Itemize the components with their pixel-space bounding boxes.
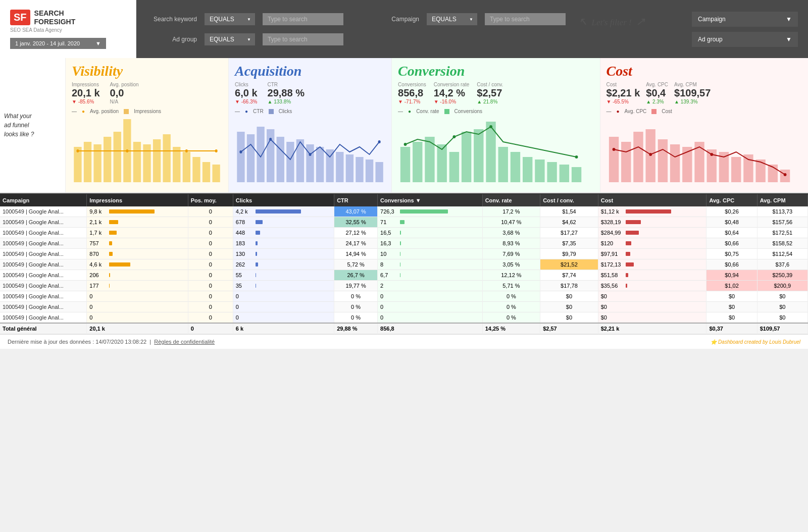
cell-impressions: 177 bbox=[87, 281, 188, 291]
cell-ctr: 32,55 % bbox=[334, 217, 378, 228]
privacy-link[interactable]: Règles de confidentialité bbox=[154, 339, 215, 345]
svg-point-55 bbox=[489, 125, 492, 128]
col-ctr[interactable]: CTR bbox=[334, 194, 378, 206]
cell-avg-cpm: $250,39 bbox=[757, 270, 807, 281]
col-avg-cpm[interactable]: Avg. CPM bbox=[757, 194, 807, 206]
cell-clicks: 130 bbox=[233, 249, 334, 259]
cell-impressions: 0 bbox=[87, 291, 188, 302]
table-row[interactable]: 1000549 | Google Anal... 0 0 0 0 % 0 0 %… bbox=[0, 302, 808, 312]
cell-cost-conv: $0 bbox=[540, 302, 598, 312]
campaign-operator-wrap[interactable]: EQUALS bbox=[427, 13, 477, 25]
col-impressions[interactable]: Impressions bbox=[87, 194, 188, 206]
svg-rect-44 bbox=[474, 129, 483, 182]
adgroup-segment-button[interactable]: Ad group ▼ bbox=[692, 32, 798, 47]
svg-rect-14 bbox=[212, 165, 220, 182]
cell-avg-cpm: $157,56 bbox=[757, 217, 807, 228]
cell-conversions: 16,5 bbox=[378, 228, 483, 238]
col-campaign[interactable]: Campaign bbox=[0, 194, 87, 206]
cell-avg-cpc: $0,66 bbox=[706, 238, 757, 249]
table-row[interactable]: 1000549 | Google Anal... 0 0 0 0 % 0 0 %… bbox=[0, 312, 808, 324]
cell-avg-cpc: $0,48 bbox=[706, 217, 757, 228]
cell-avg-cpm: $0 bbox=[757, 302, 807, 312]
cost-section: Cost Cost $2,21 k ▼ -65.5% Avg. CPC $0,4… bbox=[600, 58, 808, 192]
cell-avg-cpc: $0,26 bbox=[706, 206, 757, 217]
search-kw-operator-wrap[interactable]: EQUALS bbox=[205, 13, 255, 25]
search-kw-operator-select[interactable]: EQUALS bbox=[205, 13, 255, 25]
campaign-segment-button[interactable]: Campaign ▼ bbox=[692, 12, 798, 27]
cell-campaign: 1000549 | Google Anal... bbox=[0, 228, 87, 238]
table-row[interactable]: 1000549 | Google Anal... 0 0 0 0 % 0 0 %… bbox=[0, 291, 808, 302]
search-kw-input[interactable] bbox=[263, 13, 343, 25]
total-impressions: 20,1 k bbox=[87, 323, 188, 334]
adgroup-operator-select[interactable]: EQUALS bbox=[205, 33, 255, 45]
cell-ctr: 27,12 % bbox=[334, 228, 378, 238]
col-conv-rate[interactable]: Conv. rate bbox=[482, 194, 540, 206]
cell-ctr: 0 % bbox=[334, 302, 378, 312]
adgroup-btn-label: Ad group bbox=[698, 36, 723, 43]
total-pos: 0 bbox=[188, 323, 233, 334]
svg-rect-21 bbox=[257, 127, 264, 182]
svg-rect-10 bbox=[173, 147, 180, 182]
table-row[interactable]: 1000549 | Google Anal... 177 0 35 19,77 … bbox=[0, 281, 808, 291]
cell-cost: $97,91 bbox=[598, 249, 706, 259]
svg-rect-62 bbox=[670, 144, 679, 182]
table-row[interactable]: 1000549 | Google Anal... 757 0 183 24,17… bbox=[0, 238, 808, 249]
acquisition-section: Acquisition Clicks 6,0 k ▼ -66.3% CTR 29… bbox=[229, 58, 392, 192]
cell-cost: $0 bbox=[598, 312, 706, 324]
search-keyword-label: Search keyword bbox=[146, 16, 197, 23]
cost-metric: Cost $2,21 k ▼ -65.5% bbox=[607, 82, 640, 104]
logo-area: SF SEARCHFORESIGHT SEO SEA Data Agency 1… bbox=[0, 0, 136, 58]
table-row[interactable]: 1000549 | Google Anal... 2,1 k 0 678 32,… bbox=[0, 217, 808, 228]
cell-conv-rate: 3,05 % bbox=[482, 259, 540, 270]
cell-cost-conv: $7,74 bbox=[540, 270, 598, 281]
adgroup-btn-arrow: ▼ bbox=[786, 36, 792, 43]
date-range-button[interactable]: 1 janv. 2020 - 14 juil. 2020 ▼ bbox=[10, 38, 106, 49]
svg-rect-30 bbox=[346, 154, 354, 182]
svg-rect-9 bbox=[163, 134, 171, 182]
cell-campaign: 1000549 | Google Anal... bbox=[0, 291, 87, 302]
logo-subtitle: SEO SEA Data Agency bbox=[10, 27, 126, 33]
cell-conv-rate: 0 % bbox=[482, 302, 540, 312]
campaign-operator-select[interactable]: EQUALS bbox=[427, 13, 477, 25]
conversion-rate-metric: Conversion rate 14,2 % ▼ -16.0% bbox=[434, 82, 470, 104]
cell-conversions: 10 bbox=[378, 249, 483, 259]
cell-avg-cpc: $0,94 bbox=[706, 270, 757, 281]
svg-rect-8 bbox=[153, 139, 161, 182]
svg-rect-61 bbox=[658, 139, 667, 182]
svg-rect-41 bbox=[437, 144, 447, 182]
table-row[interactable]: 1000549 | Google Anal... 206 0 55 26,7 %… bbox=[0, 270, 808, 281]
dashboard-credit: ⭐ Dashboard created by Louis Dubruel bbox=[711, 339, 800, 345]
total-clicks: 6 k bbox=[233, 323, 334, 334]
col-cost[interactable]: Cost bbox=[598, 194, 706, 206]
cell-cost: $0 bbox=[598, 291, 706, 302]
col-clicks[interactable]: Clicks bbox=[233, 194, 334, 206]
table-row[interactable]: 1000549 | Google Anal... 4,6 k 0 262 5,7… bbox=[0, 259, 808, 270]
svg-rect-22 bbox=[267, 129, 274, 182]
table-row[interactable]: 1000549 | Google Anal... 1,7 k 0 448 27,… bbox=[0, 228, 808, 238]
col-pos-moy[interactable]: Pos. moy. bbox=[188, 194, 233, 206]
svg-rect-6 bbox=[133, 142, 141, 182]
svg-point-56 bbox=[575, 155, 578, 158]
svg-point-36 bbox=[309, 153, 312, 156]
table-row[interactable]: 1000549 | Google Anal... 9,8 k 0 4,2 k 4… bbox=[0, 206, 808, 217]
conversion-section: Conversion Conversions 856,8 ▼ -71.7% Co… bbox=[392, 58, 600, 192]
visibility-chart bbox=[72, 117, 222, 187]
adgroup-operator-wrap[interactable]: EQUALS bbox=[205, 33, 255, 45]
date-range-label: 1 janv. 2020 - 14 juil. 2020 bbox=[15, 40, 80, 46]
svg-rect-23 bbox=[277, 137, 284, 182]
cost-chart bbox=[607, 117, 802, 187]
cell-avg-cpc: $0 bbox=[706, 291, 757, 302]
col-avg-cpc[interactable]: Avg. CPC bbox=[706, 194, 757, 206]
svg-rect-42 bbox=[449, 152, 459, 182]
table-row[interactable]: 1000549 | Google Anal... 870 0 130 14,94… bbox=[0, 249, 808, 259]
cell-clicks: 678 bbox=[233, 217, 334, 228]
cell-avg-cpm: $172,51 bbox=[757, 228, 807, 238]
total-avg-cpm: $109,57 bbox=[757, 323, 807, 334]
col-cost-conv[interactable]: Cost / conv. bbox=[540, 194, 598, 206]
cell-cost-conv: $1,54 bbox=[540, 206, 598, 217]
svg-point-72 bbox=[612, 148, 615, 151]
svg-rect-12 bbox=[192, 157, 200, 182]
col-conversions[interactable]: Conversions ▼ bbox=[378, 194, 483, 206]
campaign-filter-input[interactable] bbox=[485, 13, 566, 25]
adgroup-filter-input[interactable] bbox=[263, 33, 343, 45]
